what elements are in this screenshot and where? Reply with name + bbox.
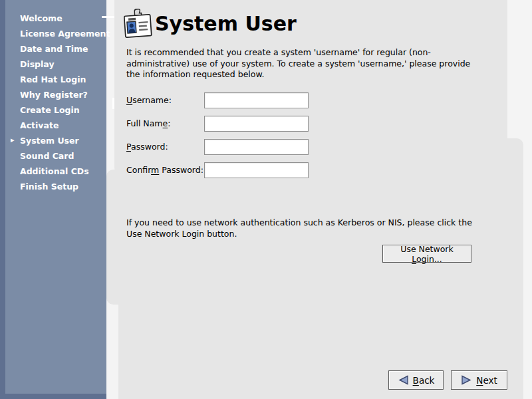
active-step-arrow-icon: ▸ [11, 133, 15, 148]
password-row: Password: [126, 139, 168, 155]
sidebar-item-license-agreement: License Agreement [0, 26, 106, 41]
sidebar-item-system-user: ▸ System User [0, 133, 106, 148]
intro-line: It is recommended that you create a syst… [126, 47, 470, 59]
sidebar-item-why-register: Why Register? [0, 87, 106, 102]
intro-line: the information requested below. [126, 69, 470, 80]
next-label: Next [476, 375, 497, 386]
network-auth-text: If you need to use network authenticatio… [126, 217, 472, 239]
password-input[interactable] [204, 139, 309, 155]
back-label: Back [413, 375, 435, 386]
fullname-input[interactable] [204, 116, 309, 132]
wizard-step-sidebar: Welcome License Agreement Date and Time … [0, 0, 106, 399]
use-network-login-label: Use Network Login... [387, 244, 467, 264]
sidebar-item-create-login: Create Login [0, 102, 106, 118]
panel-highlight-dash-vertical [112, 98, 114, 109]
fullname-row: Full Name: [126, 116, 170, 132]
back-button[interactable]: Back [388, 370, 444, 390]
left-triangle-icon [398, 375, 409, 385]
network-auth-line: Use Network Login button. [126, 229, 472, 240]
intro-line: administrative) use of your system. To c… [126, 59, 470, 70]
setup-agent-window: Welcome License Agreement Date and Time … [0, 0, 532, 399]
confirm-password-row: Confirm Password: [126, 162, 203, 178]
sidebar-item-welcome: Welcome [0, 11, 106, 26]
sidebar-item-finish-setup: Finish Setup [0, 179, 106, 194]
next-button[interactable]: Next [451, 370, 507, 390]
use-network-login-button[interactable]: Use Network Login... [382, 245, 471, 263]
network-auth-line: If you need to use network authenticatio… [126, 217, 472, 229]
panel-highlight-dash-horizontal [102, 16, 114, 18]
sidebar-item-display: Display [0, 57, 106, 72]
sidebar-item-activate: Activate [0, 118, 106, 133]
username-input[interactable] [204, 92, 309, 108]
sidebar-item-additional-cds: Additional CDs [0, 164, 106, 179]
wizard-step-list: Welcome License Agreement Date and Time … [0, 11, 106, 194]
right-triangle-icon [461, 375, 472, 385]
page-title: System User [155, 12, 297, 35]
sidebar-bottom-edge [0, 394, 106, 399]
id-badge-icon [122, 8, 153, 41]
sidebar-item-red-hat-login: Red Hat Login [0, 72, 106, 87]
confirm-password-input[interactable] [204, 162, 309, 178]
sidebar-item-date-and-time: Date and Time [0, 41, 106, 57]
fullname-label: Full Name: [126, 118, 170, 128]
username-label: Username: [126, 95, 172, 105]
confirm-password-label: Confirm Password: [126, 165, 203, 175]
password-label: Password: [126, 142, 168, 152]
sidebar-item-sound-card: Sound Card [0, 148, 106, 164]
username-row: Username: [126, 92, 172, 108]
intro-text: It is recommended that you create a syst… [126, 47, 470, 80]
